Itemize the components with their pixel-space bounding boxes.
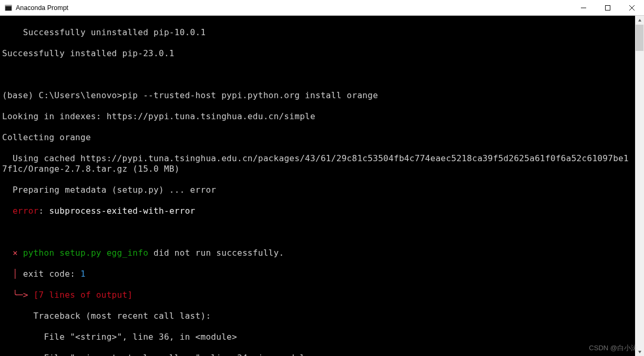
traceback-line: File "<pip-setuptools-caller>", line 34,… bbox=[2, 353, 633, 356]
terminal-output[interactable]: Successfully uninstalled pip-10.0.1 Succ… bbox=[0, 16, 635, 356]
svg-rect-1 bbox=[5, 5, 12, 6]
window-title-bar: Anaconda Prompt bbox=[0, 0, 644, 16]
output-line: Successfully uninstalled pip-10.0.1 bbox=[2, 27, 633, 38]
traceback-line: File "<string>", line 36, in <module> bbox=[2, 332, 633, 342]
window-controls bbox=[571, 0, 644, 15]
scroll-up-button[interactable] bbox=[635, 16, 644, 25]
error-line: × python setup.py egg_info did not run s… bbox=[2, 248, 633, 258]
prompt-line: (base) C:\Users\lenovo>pip --trusted-hos… bbox=[2, 90, 633, 101]
output-line: ╰─> [7 lines of output] bbox=[2, 290, 633, 300]
output-line: Looking in indexes: https://pypi.tuna.ts… bbox=[2, 111, 633, 122]
maximize-button[interactable] bbox=[596, 0, 620, 15]
output-line bbox=[2, 69, 633, 80]
vertical-scrollbar[interactable] bbox=[635, 16, 644, 356]
minimize-button[interactable] bbox=[571, 0, 596, 15]
terminal-icon bbox=[4, 4, 13, 12]
window-title: Anaconda Prompt bbox=[16, 4, 571, 12]
output-line: Using cached https://pypi.tuna.tsinghua.… bbox=[2, 153, 633, 174]
close-button[interactable] bbox=[620, 0, 644, 15]
traceback-line: Traceback (most recent call last): bbox=[2, 311, 633, 321]
error-line: error: subprocess-exited-with-error bbox=[2, 206, 633, 216]
scroll-down-button[interactable] bbox=[635, 347, 644, 356]
output-line: Collecting orange bbox=[2, 132, 633, 143]
svg-marker-7 bbox=[638, 351, 641, 353]
svg-marker-6 bbox=[638, 19, 641, 22]
output-line: │ exit code: 1 bbox=[2, 269, 633, 279]
output-line: Preparing metadata (setup.py) ... error bbox=[2, 185, 633, 195]
output-line: Successfully installed pip-23.0.1 bbox=[2, 48, 633, 59]
scrollbar-thumb[interactable] bbox=[636, 25, 643, 51]
output-line bbox=[2, 227, 633, 237]
svg-rect-3 bbox=[606, 5, 610, 10]
cross-icon: × bbox=[13, 248, 18, 258]
